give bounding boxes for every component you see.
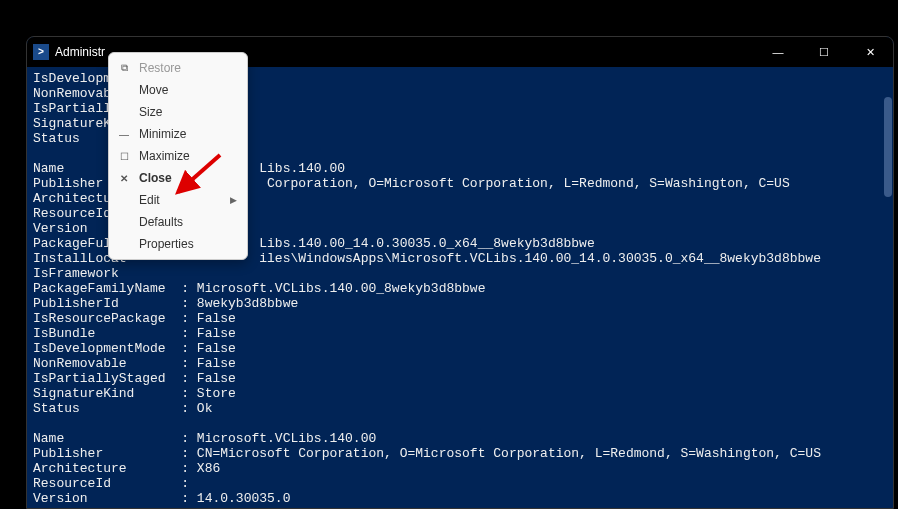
output-line: IsBundle : False xyxy=(33,326,236,341)
minimize-icon: — xyxy=(117,129,131,140)
submenu-arrow-icon: ▶ xyxy=(230,195,237,205)
window-controls: — ☐ ✕ xyxy=(755,37,893,67)
menu-label: Move xyxy=(139,83,168,97)
output-line: ResourceId : xyxy=(33,476,189,491)
menu-move[interactable]: Move xyxy=(109,79,247,101)
output-line: NonRemovable : False xyxy=(33,356,236,371)
menu-defaults[interactable]: Defaults xyxy=(109,211,247,233)
output-line: Status : Ok xyxy=(33,401,212,416)
output-line: Name : Microsoft.VCLibs.140.00 xyxy=(33,431,376,446)
output-line: Publisher : CN=Microsoft Corporation, O=… xyxy=(33,446,821,461)
output-line: PackageFamilyName : Microsoft.VCLibs.140… xyxy=(33,281,485,296)
output-line: Architecture : X86 xyxy=(33,461,220,476)
minimize-button[interactable]: — xyxy=(755,37,801,67)
menu-maximize[interactable]: ☐ Maximize xyxy=(109,145,247,167)
close-button[interactable]: ✕ xyxy=(847,37,893,67)
menu-label: Restore xyxy=(139,61,181,75)
menu-properties[interactable]: Properties xyxy=(109,233,247,255)
menu-label: Minimize xyxy=(139,127,186,141)
menu-label: Properties xyxy=(139,237,194,251)
output-line: IsPartiallyStaged : False xyxy=(33,371,236,386)
output-line: PublisherId : 8wekyb3d8bbwe xyxy=(33,296,298,311)
scrollbar-thumb[interactable] xyxy=(884,97,892,197)
output-line: Status xyxy=(33,131,80,146)
menu-close[interactable]: ✕ Close xyxy=(109,167,247,189)
menu-label: Close xyxy=(139,171,172,185)
menu-minimize[interactable]: — Minimize xyxy=(109,123,247,145)
menu-label: Maximize xyxy=(139,149,190,163)
output-line: ResourceId xyxy=(33,206,111,221)
menu-label: Size xyxy=(139,105,162,119)
menu-size[interactable]: Size xyxy=(109,101,247,123)
output-line: IsResourcePackage : False xyxy=(33,311,236,326)
output-line: SignatureKind : Store xyxy=(33,386,236,401)
menu-restore[interactable]: ⧉ Restore xyxy=(109,57,247,79)
output-line: Version : 14.0.30035.0 xyxy=(33,491,290,506)
maximize-icon: ☐ xyxy=(117,151,131,162)
powershell-icon: > xyxy=(33,44,49,60)
maximize-button[interactable]: ☐ xyxy=(801,37,847,67)
close-icon: ✕ xyxy=(117,173,131,184)
output-line: Version xyxy=(33,221,88,236)
menu-label: Edit xyxy=(139,193,160,207)
system-menu: ⧉ Restore Move Size — Minimize ☐ Maximiz… xyxy=(108,52,248,260)
output-line: PackageFullName : Microsoft.VCLibs.140.0… xyxy=(33,506,626,508)
menu-edit[interactable]: Edit ▶ xyxy=(109,189,247,211)
output-line: IsFramework xyxy=(33,266,119,281)
restore-icon: ⧉ xyxy=(117,62,131,74)
menu-label: Defaults xyxy=(139,215,183,229)
scrollbar-track[interactable] xyxy=(883,67,893,508)
output-line: IsDevelopmentMode : False xyxy=(33,341,236,356)
